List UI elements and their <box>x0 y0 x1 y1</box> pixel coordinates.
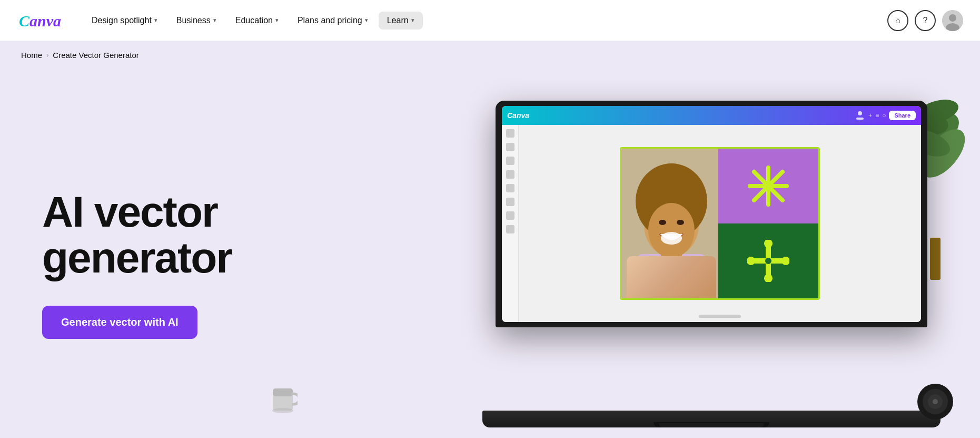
nav-design-spotlight[interactable]: Design spotlight ▾ <box>83 12 166 30</box>
mug-decoration <box>269 381 298 417</box>
help-icon: ? <box>923 16 928 25</box>
svg-point-15 <box>629 254 714 298</box>
canva-topbar-logo: Canva <box>507 111 529 120</box>
chevron-down-icon: ▾ <box>154 17 157 24</box>
svg-rect-16 <box>637 254 706 298</box>
canva-sidebar <box>502 125 519 322</box>
hero-section: AI vector generator Generate vector with… <box>0 69 980 438</box>
svg-point-38 <box>272 408 293 413</box>
svg-point-28 <box>765 182 772 190</box>
home-icon: ⌂ <box>895 16 900 25</box>
sidebar-tool-3 <box>506 157 514 165</box>
svg-point-21 <box>659 220 666 225</box>
svg-point-20 <box>648 203 695 258</box>
canva-logo[interactable]: C anva <box>17 11 64 31</box>
hero-title: AI vector generator <box>42 189 232 280</box>
design-photo-content <box>621 149 721 298</box>
svg-point-34 <box>781 257 789 265</box>
svg-point-35 <box>765 258 771 264</box>
sidebar-tool-8 <box>506 225 514 233</box>
canva-canvas-area <box>519 125 921 322</box>
canva-design-preview <box>620 147 820 300</box>
svg-point-32 <box>764 274 773 282</box>
home-button[interactable]: ⌂ <box>887 10 908 31</box>
chevron-down-icon: ▾ <box>275 17 279 24</box>
nav-links: Design spotlight ▾ Business ▾ Education … <box>83 12 887 30</box>
design-panels <box>718 149 818 298</box>
chevron-down-icon: ▾ <box>213 17 216 24</box>
chevron-down-icon: ▾ <box>411 17 414 24</box>
svg-point-33 <box>747 257 755 265</box>
sidebar-tool-5 <box>506 184 514 192</box>
education-label: Education <box>235 16 273 25</box>
svg-rect-12 <box>856 118 864 120</box>
design-panel-snowflake <box>718 149 818 223</box>
generate-vector-button[interactable]: Generate vector with AI <box>42 306 197 339</box>
laptop-base <box>482 411 941 427</box>
breadcrumb-home[interactable]: Home <box>21 51 42 60</box>
sidebar-tool-4 <box>506 170 514 179</box>
svg-point-3 <box>949 14 956 22</box>
sidebar-tool-2 <box>506 143 514 151</box>
user-avatar[interactable] <box>942 10 963 31</box>
svg-point-22 <box>677 220 684 225</box>
svg-point-42 <box>933 399 938 404</box>
learn-label: Learn <box>387 16 409 25</box>
svg-text:C: C <box>19 12 30 30</box>
svg-point-11 <box>858 111 862 115</box>
plans-pricing-label: Plans and pricing <box>298 16 362 25</box>
svg-rect-10 <box>930 238 941 280</box>
svg-rect-37 <box>273 388 293 396</box>
design-photo-panel <box>621 149 721 298</box>
laptop-screen: Canva + ≡ ○ Share <box>502 106 921 322</box>
breadcrumb-current: Create Vector Generator <box>53 51 138 60</box>
canva-body <box>502 125 921 322</box>
hero-title-line1: AI vector <box>42 188 217 236</box>
hero-title-line2: generator <box>42 233 232 281</box>
nav-education[interactable]: Education ▾ <box>227 12 287 30</box>
canva-topbar: Canva + ≡ ○ Share <box>502 106 921 125</box>
business-label: Business <box>176 16 211 25</box>
design-spotlight-label: Design spotlight <box>92 16 152 25</box>
nav-plans-pricing[interactable]: Plans and pricing ▾ <box>289 12 377 30</box>
sidebar-tool-1 <box>506 129 514 138</box>
help-button[interactable]: ? <box>915 10 936 31</box>
hero-left: AI vector generator Generate vector with… <box>42 189 253 338</box>
nav-right: ⌂ ? <box>887 10 963 31</box>
laptop-lid: Canva + ≡ ○ Share <box>496 101 927 327</box>
sidebar-tool-7 <box>506 211 514 220</box>
chevron-down-icon: ▾ <box>365 17 368 24</box>
nav-business[interactable]: Business ▾ <box>168 12 225 30</box>
sidebar-tool-6 <box>506 198 514 206</box>
hero-right: Canva + ≡ ○ Share <box>253 101 959 427</box>
breadcrumb: Home › Create Vector Generator <box>0 41 980 69</box>
canva-topbar-right: + ≡ ○ Share <box>855 110 916 121</box>
nav-learn[interactable]: Learn ▾ <box>379 12 423 30</box>
canva-share-button[interactable]: Share <box>889 111 916 120</box>
svg-text:anva: anva <box>29 12 61 30</box>
svg-point-31 <box>764 240 773 248</box>
breadcrumb-separator: › <box>46 51 48 59</box>
vinyl-decoration <box>917 383 954 422</box>
canva-interface: Canva + ≡ ○ Share <box>502 106 921 322</box>
design-panel-crosshair <box>718 223 818 298</box>
svg-point-23 <box>661 232 682 245</box>
navbar: C anva Design spotlight ▾ Business ▾ Edu… <box>0 0 980 41</box>
laptop-illustration: Canva + ≡ ○ Share <box>496 101 927 427</box>
